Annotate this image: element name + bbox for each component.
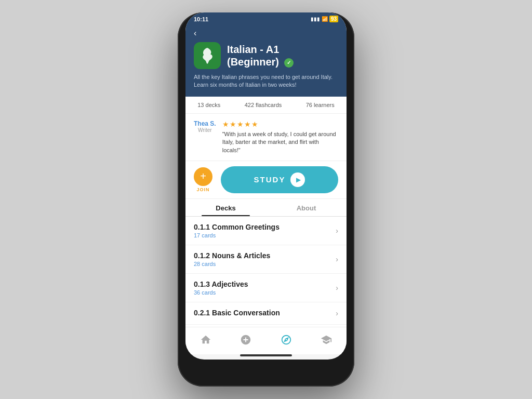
reviewer-name: Thea S. [194, 120, 216, 127]
deck-item[interactable]: 0.1.1 Common Greetings 17 cards › [185, 217, 347, 245]
decks-stat: 13 decks [197, 102, 220, 108]
deck-title: 0.1.1 Common Greetings [194, 223, 280, 231]
play-circle: ▶ [290, 172, 305, 187]
deck-cards-count: 36 cards [194, 289, 248, 296]
review-text: "With just a week of study, I could get … [222, 130, 338, 154]
course-title: Italian - A1 (Beginner) ✓ [227, 43, 294, 68]
deck-cards-count: 17 cards [194, 232, 280, 238]
nav-add[interactable] [235, 331, 256, 348]
add-icon [240, 334, 251, 345]
chevron-right-icon: › [336, 284, 338, 292]
deck-title: 0.2.1 Basic Conversation [194, 309, 280, 317]
review-content: ★★★★★ "With just a week of study, I coul… [222, 120, 338, 154]
deck-item-content: 0.1.2 Nouns & Articles 28 cards [194, 251, 270, 267]
deck-item[interactable]: 0.1.3 Adjectives 36 cards › [185, 274, 347, 302]
status-icons: ▮▮▮ 📶 93 [311, 16, 338, 22]
nav-explore[interactable] [276, 331, 297, 348]
course-description: All the key Italian phrases you need to … [194, 73, 338, 89]
battery-icon: 93 [329, 16, 338, 22]
reviewer-info: Thea S. Writer [194, 120, 216, 154]
tab-decks[interactable]: Decks [185, 199, 266, 216]
deck-item[interactable]: 0.1.2 Nouns & Articles 28 cards › [185, 245, 347, 274]
review-section: Thea S. Writer ★★★★★ "With just a week o… [185, 114, 347, 161]
nav-learn[interactable] [316, 331, 337, 348]
screen-content: 10:11 ▮▮▮ 📶 93 ‹ [185, 12, 347, 360]
stats-row: 13 decks 422 flashcards 76 learners [185, 97, 347, 114]
join-button[interactable]: + JOIN [194, 167, 212, 192]
verified-badge: ✓ [284, 58, 294, 68]
study-label: STUDY [254, 175, 286, 184]
action-row: + JOIN STUDY ▶ [185, 161, 347, 199]
status-bar: 10:11 ▮▮▮ 📶 93 [185, 12, 347, 24]
home-indicator [240, 354, 292, 356]
bottom-nav [185, 327, 347, 354]
course-title-row: Italian - A1 (Beginner) ✓ [194, 42, 338, 69]
review-stars: ★★★★★ [222, 120, 338, 128]
wifi-icon: 📶 [322, 16, 328, 22]
deck-item-content: 0.1.1 Common Greetings 17 cards [194, 223, 280, 238]
study-button[interactable]: STUDY ▶ [221, 166, 338, 193]
home-icon [200, 334, 211, 345]
chevron-right-icon: › [336, 309, 338, 317]
signal-icon: ▮▮▮ [311, 16, 320, 22]
deck-title: 0.1.3 Adjectives [194, 280, 248, 288]
flashcards-stat: 422 flashcards [245, 102, 282, 108]
tabs-row: Decks About [185, 199, 347, 217]
join-label: JOIN [196, 187, 209, 192]
join-circle-icon: + [194, 167, 212, 186]
deck-item[interactable]: 0.2.1 Basic Conversation › [185, 302, 347, 325]
chevron-right-icon: › [336, 255, 338, 263]
deck-cards-count: 28 cards [194, 261, 270, 267]
deck-item-content: 0.1.3 Adjectives 36 cards [194, 280, 248, 296]
graduation-icon [321, 334, 332, 345]
deck-list: 0.1.1 Common Greetings 17 cards › 0.1.2 … [185, 217, 347, 327]
reviewer-role: Writer [194, 127, 216, 133]
chevron-right-icon: › [336, 227, 338, 235]
nav-home[interactable] [195, 331, 216, 348]
learners-stat: 76 learners [306, 102, 335, 108]
back-button[interactable]: ‹ [194, 29, 338, 38]
italy-map-icon [199, 47, 216, 64]
course-header: ‹ Italian - A1 (Beginner) ✓ [185, 24, 347, 97]
phone-frame: 10:11 ▮▮▮ 📶 93 ‹ [178, 12, 354, 387]
play-icon: ▶ [296, 176, 301, 183]
deck-item-content: 0.2.1 Basic Conversation [194, 309, 280, 318]
screen: 10:11 ▮▮▮ 📶 93 ‹ [185, 12, 347, 360]
explore-icon [281, 334, 292, 345]
course-icon [194, 42, 221, 69]
status-time: 10:11 [194, 16, 208, 22]
tab-about[interactable]: About [266, 199, 347, 216]
course-title-text: Italian - A1 (Beginner) ✓ [227, 43, 294, 68]
deck-title: 0.1.2 Nouns & Articles [194, 251, 270, 260]
